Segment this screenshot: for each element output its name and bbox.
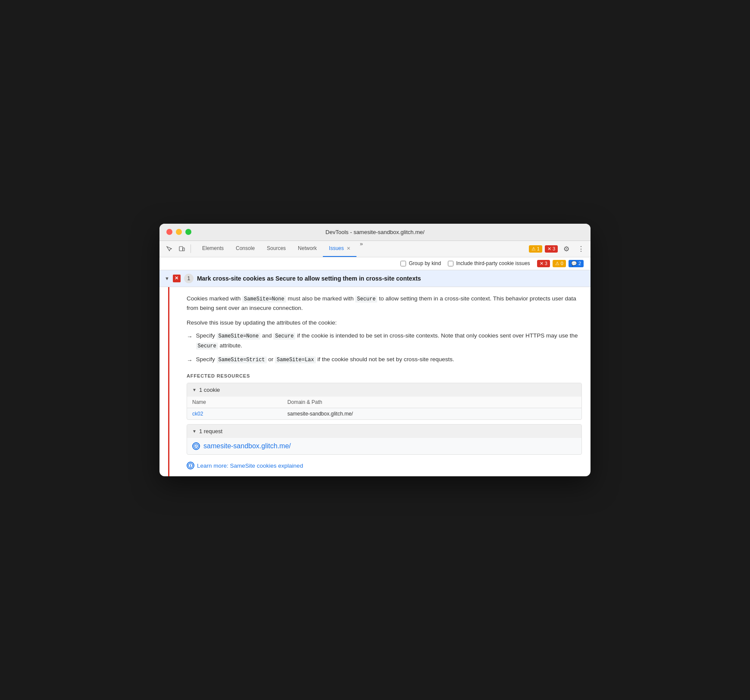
error-badge[interactable]: ✕ 3	[545, 245, 558, 253]
filter-info-count: 2	[578, 261, 581, 266]
toolbar-right: ⚠ 1 ✕ 3 ⚙ ⋮	[529, 243, 587, 255]
issue-description: Cookies marked with SameSite=None must a…	[187, 294, 582, 313]
affected-label: Affected Resources	[187, 373, 582, 378]
code-samesite-none-1: SameSite=None	[242, 296, 286, 303]
group-by-kind-checkbox[interactable]: Group by kind	[400, 260, 441, 266]
request-url-link[interactable]: samesite-sandbox.glitch.me/	[203, 442, 291, 450]
tab-bar: Elements Console Sources Network Issues …	[159, 241, 591, 257]
issue-header[interactable]: ▼ ✕ 1 Mark cross-site cookies as Secure …	[159, 270, 591, 287]
code-samesite-strict: SameSite=Strict	[217, 356, 267, 363]
third-party-checkbox[interactable]: Include third-party cookie issues	[448, 260, 530, 266]
toolbar-left	[163, 243, 193, 255]
warning-icon: ⚠	[531, 246, 536, 252]
cookie-name-link[interactable]: ck02	[192, 411, 203, 417]
maximize-button[interactable]	[185, 229, 191, 235]
filter-error-icon: ✕	[540, 261, 544, 266]
issue-expand-arrow: ▼	[165, 276, 169, 281]
warning-count: 1	[537, 246, 540, 251]
tab-network[interactable]: Network	[292, 241, 323, 257]
error-count: 3	[553, 246, 555, 251]
cookie-col-name: Name	[187, 397, 282, 408]
code-samesite-lax: SameSite=Lax	[275, 356, 316, 363]
more-options-icon[interactable]: ⋮	[575, 243, 587, 255]
main-content: ▼ ✕ 1 Mark cross-site cookies as Secure …	[159, 270, 591, 477]
bullet-item-1: → Specify SameSite=None and Secure if th…	[187, 331, 582, 350]
cookie-table-header-row: Name Domain & Path	[187, 397, 581, 408]
arrow-icon-1: →	[187, 332, 193, 341]
filter-error-count: 3	[545, 261, 547, 266]
filter-bar: Group by kind Include third-party cookie…	[159, 257, 591, 270]
filter-warning-icon: ⚠	[555, 261, 559, 266]
tab-sources[interactable]: Sources	[261, 241, 292, 257]
cursor-icon[interactable]	[163, 243, 175, 255]
cookie-group-label: 1 cookie	[199, 387, 220, 393]
arrow-icon-2: →	[187, 356, 193, 365]
filter-info-badge[interactable]: 💬 2	[569, 260, 584, 267]
filter-badges: ✕ 3 ⚠ 0 💬 2	[537, 260, 584, 267]
request-group-arrow: ▼	[192, 429, 197, 434]
title-bar: DevTools - samesite-sandbox.glitch.me/	[159, 224, 591, 241]
tab-console[interactable]: Console	[230, 241, 261, 257]
cookie-group-arrow: ▼	[192, 388, 197, 392]
affected-resources: Affected Resources ▼ 1 cookie Name Domai…	[187, 373, 582, 455]
code-secure-1: Secure	[355, 296, 377, 303]
issue-error-icon: ✕	[173, 275, 181, 282]
svg-rect-1	[183, 248, 184, 251]
learn-more-section: Learn more: SameSite cookies explained	[187, 462, 582, 469]
group-by-kind-input[interactable]	[400, 261, 406, 266]
cookie-group-header[interactable]: ▼ 1 cookie	[187, 383, 581, 397]
learn-more-icon	[187, 462, 194, 469]
request-item: samesite-sandbox.glitch.me/	[187, 438, 581, 454]
error-icon: ✕	[547, 246, 551, 252]
tab-close-icon[interactable]: ✕	[347, 246, 350, 251]
svg-rect-0	[179, 247, 183, 251]
filter-error-badge[interactable]: ✕ 3	[537, 260, 550, 267]
tab-issues[interactable]: Issues ✕	[323, 241, 356, 257]
bullet-item-2: → Specify SameSite=Strict or SameSite=La…	[187, 355, 582, 365]
code-samesite-none-2: SameSite=None	[217, 333, 261, 340]
devtools-window: DevTools - samesite-sandbox.glitch.me/ E…	[159, 224, 591, 477]
third-party-input[interactable]	[448, 261, 453, 266]
window-title: DevTools - samesite-sandbox.glitch.me/	[325, 229, 425, 235]
cookie-domain-cell: samesite-sandbox.glitch.me/	[282, 408, 581, 420]
issue-count: 1	[184, 274, 194, 283]
traffic-lights	[166, 229, 191, 235]
learn-more-link[interactable]: Learn more: SameSite cookies explained	[197, 462, 303, 469]
divider	[191, 244, 191, 253]
request-group-label: 1 request	[199, 428, 222, 434]
filter-warning-count: 0	[561, 261, 563, 266]
code-secure-2: Secure	[273, 333, 295, 340]
tabs: Elements Console Sources Network Issues …	[196, 241, 529, 257]
code-secure-3: Secure	[196, 343, 218, 350]
issue-body: Cookies marked with SameSite=None must a…	[168, 287, 591, 477]
device-icon[interactable]	[176, 243, 188, 255]
cookie-table: Name Domain & Path ck02 samesite-sandbox…	[187, 397, 581, 419]
minimize-button[interactable]	[176, 229, 182, 235]
request-group-header[interactable]: ▼ 1 request	[187, 425, 581, 438]
bullet-2-text: Specify SameSite=Strict or SameSite=Lax …	[196, 355, 454, 364]
issue-title: Mark cross-site cookies as Secure to all…	[197, 275, 421, 282]
filter-info-icon: 💬	[571, 261, 577, 266]
tab-elements[interactable]: Elements	[196, 241, 230, 257]
cookie-resource-group: ▼ 1 cookie Name Domain & Path ck02	[187, 383, 582, 420]
cookie-col-domain: Domain & Path	[282, 397, 581, 408]
request-icon	[192, 442, 200, 450]
table-row: ck02 samesite-sandbox.glitch.me/	[187, 408, 581, 420]
warning-badge[interactable]: ⚠ 1	[529, 245, 542, 253]
bullet-1-text: Specify SameSite=None and Secure if the …	[196, 331, 582, 350]
tab-overflow-button[interactable]: »	[356, 241, 366, 257]
resolve-text: Resolve this issue by updating the attri…	[187, 319, 582, 326]
close-button[interactable]	[166, 229, 172, 235]
filter-warning-badge[interactable]: ⚠ 0	[553, 260, 566, 267]
request-resource-group: ▼ 1 request samesite-sandbox.glitch.me/	[187, 424, 582, 455]
settings-icon[interactable]: ⚙	[560, 243, 572, 255]
